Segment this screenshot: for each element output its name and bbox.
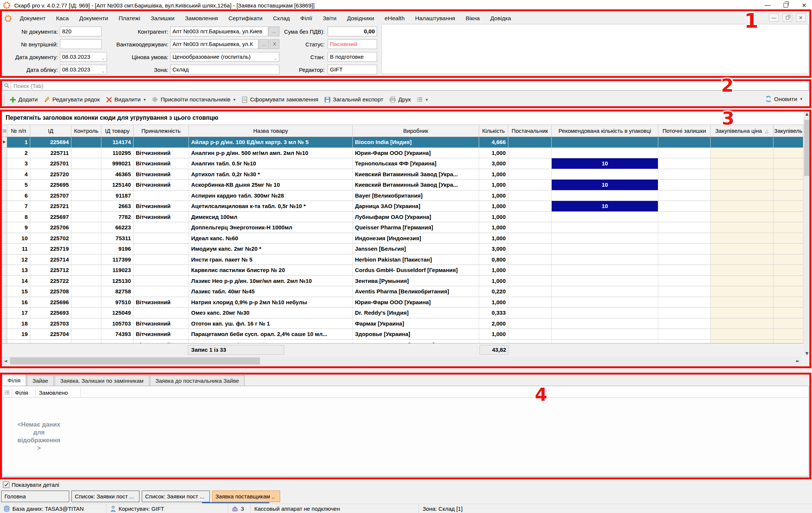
search-input[interactable] — [11, 83, 809, 89]
table-row[interactable]: 14225722125130Лазикс Нео р-р д/ин. 10мг/… — [2, 276, 803, 287]
bp-column-zamovleno[interactable]: Замовлено — [36, 388, 81, 397]
vertical-scrollbar[interactable]: ▲ ▼ — [803, 111, 811, 356]
column-chooser-icon[interactable] — [2, 125, 7, 137]
consignee-browse-button[interactable]: ... — [259, 39, 269, 49]
doc-number-field[interactable]: 820 — [60, 27, 102, 36]
delete-dropdown-caret[interactable]: ▾ — [144, 97, 146, 102]
column-header-post[interactable]: Постачальник — [508, 125, 552, 137]
column-header-price2[interactable]: Закупівель — [773, 125, 803, 137]
scroll-left-icon[interactable]: ◄ — [2, 358, 9, 363]
table-row[interactable]: 622570791187Аспирин кардио табл. 300мг №… — [2, 190, 803, 201]
table-row[interactable]: 112257199196Имодиум капс. 2мг №20 *Janss… — [2, 244, 803, 254]
bottom-tab-2[interactable]: Зайве — [27, 375, 54, 386]
bp-column-filiya[interactable]: Філія — [12, 388, 36, 397]
window-tab-3[interactable]: Список: Заявки пост ... — [142, 491, 210, 502]
column-header-rec[interactable]: Рекомендована кількість в упаковці — [552, 125, 658, 137]
grid-group-panel[interactable]: Перетягніть заголовок колонки сюди для у… — [2, 111, 809, 125]
table-row[interactable]: 20225700125110ВітчизнянийПарацетамол таб… — [2, 340, 803, 343]
form-order-button[interactable]: Сформувати замовлення — [239, 95, 321, 104]
bottom-tab-1[interactable]: Філія — [2, 374, 26, 386]
column-header-qty[interactable]: Кількість — [479, 125, 508, 137]
minimize-button[interactable]: — — [762, 2, 773, 9]
column-header-id[interactable]: ІД — [30, 125, 71, 137]
menu-item-13[interactable]: Налаштування — [410, 15, 460, 21]
list-dropdown-caret[interactable]: ▾ — [426, 97, 428, 102]
price-condition-field[interactable]: Ценообразование (госпиталь)⌄ — [170, 52, 279, 62]
scroll-down-icon[interactable]: ▼ — [803, 351, 811, 356]
table-row[interactable]: 3225701999021ВітчизнянийАналгин табл. 0.… — [2, 158, 803, 169]
acc-date-field[interactable]: 08.03.2023⌄ — [60, 65, 107, 74]
details-checkbox[interactable] — [3, 482, 9, 488]
column-header-prin[interactable]: Приналежність — [134, 125, 189, 137]
export-button[interactable]: Загальний експорт — [321, 95, 386, 104]
refresh-dropdown-caret[interactable]: ▾ — [800, 97, 802, 101]
column-header-name[interactable]: Назва товару — [189, 125, 353, 137]
menu-item-1[interactable]: Документ — [15, 15, 51, 21]
menu-item-12[interactable]: eHealth — [379, 15, 410, 21]
menu-item-4[interactable]: Платежі — [113, 15, 145, 21]
column-chooser-icon[interactable] — [2, 388, 12, 397]
table-row[interactable]: 1022570275311Идеал капс. №60Индонезия [И… — [2, 233, 803, 244]
assign-dropdown-caret[interactable]: ▾ — [233, 97, 236, 102]
bottom-tab-3[interactable]: Заявка. Залишки по замінникам — [55, 375, 149, 386]
scroll-right-icon[interactable]: ► — [794, 358, 802, 363]
details-toggle[interactable]: Показувати деталі — [3, 480, 59, 489]
column-header-price[interactable]: Закупівельна ціна△ — [711, 125, 773, 137]
column-header-control[interactable]: Контроль — [71, 125, 101, 137]
table-row[interactable]: 18225703105703ВітчизнянийОтотон кап. уш.… — [2, 318, 803, 329]
table-row[interactable]: 82256977782ВітчизнянийДимексид 100млЛубн… — [2, 212, 803, 223]
menu-item-15[interactable]: Довідка — [485, 15, 517, 21]
table-row[interactable]: 1522570882758Лазикс табл. 40мг №45Aventi… — [2, 286, 803, 297]
assign-suppliers-button[interactable]: Присвоїти постачальників ▾ — [148, 95, 238, 104]
counterparty-field[interactable]: Апт №003 пгт.Барышевка, ул.Киев — [170, 27, 268, 36]
bottom-tab-4[interactable]: Заявка до постачальника Зайве — [150, 375, 245, 386]
mdi-restore-button[interactable] — [782, 13, 792, 22]
consignee-field[interactable]: Апт №003 пгт.Барышевка, ул.К — [170, 39, 258, 49]
menu-item-6[interactable]: Замовлення — [180, 15, 223, 21]
menu-item-14[interactable]: Вікна — [460, 15, 485, 21]
table-row[interactable]: 922570666223Доппельгерц Энерготоник-Н 10… — [2, 222, 803, 233]
table-row[interactable]: 72257212663ВітчизнянийАцетилсалициловая … — [2, 201, 803, 212]
table-row[interactable]: ▶1225694114174Айлар р-р д/ин. 100 ЕД/мл … — [2, 137, 803, 148]
window-tab-1[interactable]: Головна — [1, 491, 69, 502]
menu-item-7[interactable]: Сертифікати — [223, 15, 268, 21]
column-header-tovar[interactable]: ІД товару — [101, 125, 134, 137]
table-row[interactable]: 1922570474393ВітчизнянийПарацетамол беби… — [2, 329, 803, 340]
search-icon[interactable] — [2, 81, 11, 90]
delete-button[interactable]: Видалити ▾ — [103, 95, 149, 104]
table-row[interactable]: 13225712119023Карвелис пастилки блистер … — [2, 265, 803, 276]
window-tab-2[interactable]: Список: Заявки пост ... — [71, 491, 140, 502]
menu-item-3[interactable]: Документи — [74, 15, 113, 21]
menu-item-9[interactable]: Філії — [295, 15, 318, 21]
horizontal-scrollbar[interactable]: ◄ ► — [2, 357, 802, 365]
list-options-button[interactable]: ▾ — [414, 95, 431, 104]
table-row[interactable]: 5225695125140ВітчизнянийАскорбинка-КВ ды… — [2, 180, 803, 190]
add-button[interactable]: Додати — [7, 95, 41, 104]
doc-date-field[interactable]: 08.03.2023⌄ — [60, 52, 107, 62]
restore-button[interactable] — [784, 3, 788, 7]
print-button[interactable]: Друк — [386, 95, 414, 104]
column-header-zal[interactable]: Поточні залишки — [658, 125, 711, 137]
refresh-button[interactable]: Оновити ▾ — [762, 94, 805, 104]
menu-item-10[interactable]: Звіти — [318, 15, 342, 21]
table-row[interactable]: 17225693125049Омез капс. 20мг №30Dr. Red… — [2, 308, 803, 318]
menu-item-8[interactable]: Склад — [268, 15, 295, 21]
column-header-vyrob[interactable]: Виробник — [353, 125, 479, 137]
close-button[interactable]: ✕ — [799, 2, 810, 9]
acc-date-caret-icon[interactable]: ⌄ — [101, 67, 105, 74]
menu-item-2[interactable]: Каса — [51, 15, 74, 21]
table-row[interactable]: 1622569697510ВітчизнянийНатрия хлорид 0,… — [2, 297, 803, 308]
menu-item-5[interactable]: Залишки — [145, 15, 180, 21]
table-row[interactable]: 12225714117399Инсти гран. пакет № 5Herbi… — [2, 254, 803, 265]
column-header-n[interactable]: № п/п — [7, 125, 30, 137]
toolbar-grip[interactable] — [1, 95, 4, 104]
vertical-scroll-thumb[interactable] — [804, 120, 810, 176]
horizontal-scroll-thumb[interactable] — [10, 357, 260, 364]
zone-field[interactable]: Склад — [170, 65, 279, 74]
scroll-up-icon[interactable]: ▲ — [803, 112, 811, 116]
internal-number-field[interactable] — [60, 39, 102, 49]
mdi-close-button[interactable]: ✕ — [796, 13, 806, 22]
table-row[interactable]: 422572046365ВітчизнянийАртихол табл. 0,2… — [2, 169, 803, 180]
menu-item-11[interactable]: Довідники — [342, 15, 380, 21]
table-row[interactable]: 2225711110295ВітчизнянийАналгин р-р д/ин… — [2, 148, 803, 159]
